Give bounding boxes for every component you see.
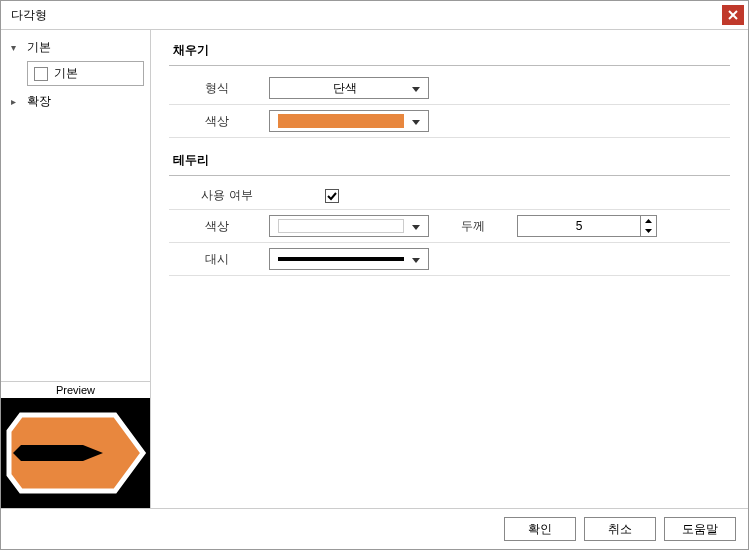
sidebar: ▾ 기본 기본 ▸ 확장 Preview [1, 30, 151, 508]
ok-button[interactable]: 확인 [504, 517, 576, 541]
svg-marker-6 [412, 225, 420, 230]
check-icon [327, 191, 337, 201]
polygon-properties-dialog: 다각형 ▾ 기본 기본 ▸ 확장 Preview [0, 0, 749, 550]
cancel-button[interactable]: 취소 [584, 517, 656, 541]
spinner-down-button[interactable] [641, 226, 656, 236]
border-use-checkbox[interactable] [325, 189, 339, 203]
tree-item-label: 기본 [54, 65, 78, 82]
dialog-footer: 확인 취소 도움말 [1, 508, 748, 549]
help-button[interactable]: 도움말 [664, 517, 736, 541]
border-use-label: 사용 여부 [177, 187, 277, 204]
border-color-swatch [278, 219, 404, 233]
tree-item-basic[interactable]: ▾ 기본 [7, 36, 144, 59]
preview-panel: Preview [1, 381, 150, 508]
svg-marker-5 [412, 120, 420, 125]
dash-preview-icon [278, 257, 404, 261]
svg-marker-7 [645, 219, 652, 223]
border-dash-select[interactable] [269, 248, 429, 270]
fill-color-row: 색상 [169, 105, 730, 138]
border-dash-row: 대시 [169, 243, 730, 276]
expand-icon: ▾ [11, 42, 21, 53]
fill-color-label: 색상 [177, 113, 257, 130]
tree-item-extended[interactable]: ▸ 확장 [7, 90, 144, 113]
tree-item-label: 기본 [27, 39, 51, 56]
border-color-label: 색상 [177, 218, 257, 235]
cancel-button-label: 취소 [608, 521, 632, 538]
chevron-down-icon [412, 81, 420, 95]
chevron-down-icon [412, 114, 420, 128]
category-tree: ▾ 기본 기본 ▸ 확장 [1, 30, 150, 381]
border-thickness-label: 두께 [441, 218, 505, 235]
chevron-down-icon [412, 219, 420, 233]
spinner-arrows [640, 216, 656, 236]
main-panel: 채우기 형식 단색 색상 테두리 사용 여부 [151, 30, 748, 508]
tree-item-label: 확장 [27, 93, 51, 110]
collapse-icon: ▸ [11, 96, 21, 107]
tree-item-basic-child[interactable]: 기본 [27, 61, 144, 86]
fill-type-select[interactable]: 단색 [269, 77, 429, 99]
border-thickness-spinner[interactable]: 5 [517, 215, 657, 237]
spinner-up-button[interactable] [641, 216, 656, 226]
fill-type-value: 단색 [278, 80, 412, 97]
preview-label: Preview [1, 382, 150, 398]
dialog-body: ▾ 기본 기본 ▸ 확장 Preview [1, 29, 748, 508]
dialog-title: 다각형 [11, 7, 47, 24]
close-button[interactable] [722, 5, 744, 25]
border-dash-label: 대시 [177, 251, 257, 268]
border-color-select[interactable] [269, 215, 429, 237]
swatch-icon [34, 67, 48, 81]
fill-color-swatch [278, 114, 404, 128]
svg-marker-9 [412, 258, 420, 263]
chevron-down-icon [412, 252, 420, 266]
close-icon [728, 10, 738, 20]
fill-type-label: 형식 [177, 80, 257, 97]
border-color-row: 색상 두께 5 [169, 210, 730, 243]
fill-color-select[interactable] [269, 110, 429, 132]
svg-marker-8 [645, 229, 652, 233]
svg-marker-4 [412, 87, 420, 92]
section-border-header: 테두리 [169, 148, 730, 176]
preview-shape-icon [3, 403, 148, 503]
fill-type-row: 형식 단색 [169, 72, 730, 105]
help-button-label: 도움말 [682, 521, 718, 538]
ok-button-label: 확인 [528, 521, 552, 538]
section-fill-header: 채우기 [169, 38, 730, 66]
dialog-titlebar: 다각형 [1, 1, 748, 29]
border-thickness-value: 5 [518, 219, 640, 233]
border-use-row: 사용 여부 [169, 182, 730, 210]
preview-canvas [1, 398, 150, 508]
